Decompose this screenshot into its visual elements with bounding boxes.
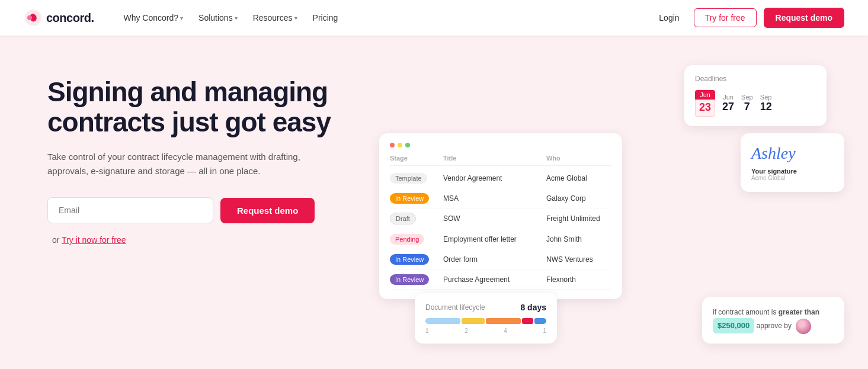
logo[interactable]: concord. bbox=[24, 8, 94, 27]
table-header: Stage Title Who bbox=[390, 155, 611, 166]
table-row: In Review Purchase Agreement Flexnorth bbox=[390, 269, 611, 290]
table-row: In Review Order form NWS Ventures bbox=[390, 249, 611, 269]
deadline-month: Jun bbox=[722, 94, 734, 101]
nav-resources[interactable]: Resources ▾ bbox=[247, 9, 303, 26]
contracts-table-card: Stage Title Who Template Vendor Agreemen… bbox=[379, 133, 622, 299]
window-dots bbox=[390, 143, 611, 147]
hero-visuals: Deadlines Jun 23 Jun 27 Sep 7 Sep 12 bbox=[379, 65, 844, 361]
col-title: Title bbox=[443, 155, 546, 162]
row-stage: Draft bbox=[390, 213, 443, 224]
rule-bold-text: greater than bbox=[779, 308, 819, 316]
stage-badge: Template bbox=[390, 173, 427, 184]
try-now-link[interactable]: Try it now for free bbox=[62, 235, 126, 245]
deadlines-row: Jun 23 Jun 27 Sep 7 Sep 12 bbox=[695, 90, 816, 117]
dot-green bbox=[405, 143, 410, 147]
try-free-button[interactable]: Try for free bbox=[694, 8, 757, 27]
stage-badge: Draft bbox=[390, 213, 416, 224]
hero-title: Signing and managing contracts just got … bbox=[47, 77, 355, 137]
lifecycle-title: Document lifecycle bbox=[425, 303, 485, 312]
row-title: Order form bbox=[443, 255, 546, 264]
email-input[interactable] bbox=[47, 197, 213, 223]
row-who: John Smith bbox=[546, 235, 611, 243]
row-stage: Pending bbox=[390, 233, 443, 245]
deadline-month: Sep bbox=[760, 94, 772, 101]
deadline-item: Sep 7 bbox=[741, 94, 753, 113]
table-row: Draft SOW Freight Unlimited bbox=[390, 208, 611, 229]
signature-text: Ashley bbox=[751, 144, 834, 163]
request-demo-hero-button[interactable]: Request demo bbox=[220, 198, 315, 223]
hero-form: Request demo bbox=[47, 197, 355, 223]
stage-badge: In Review bbox=[390, 254, 429, 265]
bar-segment bbox=[522, 318, 534, 324]
signature-card: Ashley Your signature Acme Global bbox=[741, 133, 844, 192]
hero-section: Signing and managing contracts just got … bbox=[47, 65, 355, 245]
table-row: Pending Employment offer letter John Smi… bbox=[390, 229, 611, 249]
rule-amount: $250,000 bbox=[713, 318, 754, 333]
request-demo-nav-button[interactable]: Request demo bbox=[764, 8, 844, 28]
row-stage: In Review bbox=[390, 274, 443, 285]
deadline-day: 12 bbox=[760, 101, 772, 113]
row-who: Galaxy Corp bbox=[546, 194, 611, 203]
row-title: SOW bbox=[443, 214, 546, 223]
main-content: Signing and managing contracts just got … bbox=[0, 36, 868, 369]
deadlines-label: Deadlines bbox=[695, 75, 816, 83]
chevron-down-icon: ▾ bbox=[235, 15, 238, 21]
lifecycle-card: Document lifecycle 8 days 1 2 4 1 bbox=[415, 293, 557, 344]
dot-red bbox=[390, 143, 395, 147]
navigation: concord. Why Concord? ▾ Solutions ▾ Reso… bbox=[0, 0, 868, 36]
row-title: Vendor Agreement bbox=[443, 174, 546, 182]
deadline-item: Sep 12 bbox=[760, 94, 772, 113]
lifecycle-bar bbox=[425, 318, 546, 324]
lifecycle-ticks: 1 2 4 1 bbox=[425, 328, 546, 334]
concord-logo-icon bbox=[24, 8, 43, 27]
deadline-day: 7 bbox=[741, 101, 753, 113]
try-link-section: or Try it now for free bbox=[52, 235, 355, 245]
signature-label: Your signature bbox=[751, 168, 834, 175]
login-button[interactable]: Login bbox=[652, 9, 686, 26]
lifecycle-days: 8 days bbox=[520, 303, 546, 312]
col-who: Who bbox=[546, 155, 611, 162]
deadline-month: Jun bbox=[695, 90, 715, 100]
row-title: MSA bbox=[443, 194, 546, 203]
row-stage: In Review bbox=[390, 192, 443, 204]
hero-subtitle: Take control of your contract lifecycle … bbox=[47, 150, 314, 178]
deadline-day: 23 bbox=[695, 100, 715, 117]
row-who: NWS Ventures bbox=[546, 255, 611, 264]
col-stage: Stage bbox=[390, 155, 443, 162]
table-body: Template Vendor Agreement Acme Global In… bbox=[390, 168, 611, 290]
rule-card: if contract amount is greater than $250,… bbox=[702, 297, 844, 344]
bar-segment bbox=[425, 318, 460, 324]
row-who: Freight Unlimited bbox=[546, 214, 611, 223]
table-row: In Review MSA Galaxy Corp bbox=[390, 188, 611, 208]
dot-yellow bbox=[398, 143, 402, 147]
nav-actions: Login Try for free Request demo bbox=[652, 8, 844, 28]
row-title: Purchase Agreement bbox=[443, 275, 546, 284]
row-stage: In Review bbox=[390, 254, 443, 265]
nav-solutions[interactable]: Solutions ▾ bbox=[193, 9, 244, 26]
row-who: Flexnorth bbox=[546, 275, 611, 284]
deadline-item: Jun 27 bbox=[722, 94, 734, 113]
chevron-down-icon: ▾ bbox=[294, 15, 297, 21]
rule-approver-avatar bbox=[796, 319, 811, 334]
table-row: Template Vendor Agreement Acme Global bbox=[390, 168, 611, 188]
deadline-day: 27 bbox=[722, 101, 734, 113]
signature-sublabel: Acme Global bbox=[751, 175, 834, 181]
stage-badge: In Review bbox=[390, 193, 429, 204]
deadline-item: Jun 23 bbox=[695, 90, 715, 117]
nav-links: Why Concord? ▾ Solutions ▾ Resources ▾ P… bbox=[117, 9, 652, 26]
nav-why-concord[interactable]: Why Concord? ▾ bbox=[117, 9, 189, 26]
svg-point-1 bbox=[27, 15, 32, 20]
nav-pricing[interactable]: Pricing bbox=[307, 9, 344, 26]
chevron-down-icon: ▾ bbox=[180, 15, 183, 21]
logo-text: concord. bbox=[46, 11, 94, 25]
lifecycle-header: Document lifecycle 8 days bbox=[425, 303, 546, 312]
row-title: Employment offer letter bbox=[443, 235, 546, 243]
row-who: Acme Global bbox=[546, 174, 611, 182]
bar-segment bbox=[486, 318, 521, 324]
bar-segment bbox=[534, 318, 546, 324]
deadline-month: Sep bbox=[741, 94, 753, 101]
bar-segment bbox=[462, 318, 485, 324]
deadlines-card: Deadlines Jun 23 Jun 27 Sep 7 Sep 12 bbox=[684, 65, 827, 126]
row-stage: Template bbox=[390, 172, 443, 184]
stage-badge: Pending bbox=[390, 234, 424, 245]
